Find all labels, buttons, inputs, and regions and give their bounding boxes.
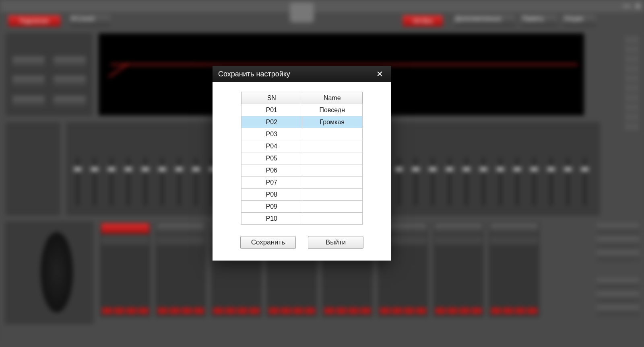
preset-name[interactable] (302, 213, 363, 225)
save-preset-dialog: Сохранить настройку ✕ SN Name P01Повседн… (213, 66, 391, 261)
preset-sn[interactable]: P01 (242, 104, 302, 116)
preset-name[interactable] (302, 164, 363, 177)
preset-table: SN Name P01ПовседнP02ГромкаяP03P04P05P06… (241, 92, 363, 225)
preset-sn[interactable]: P03 (242, 128, 302, 140)
col-header-sn[interactable]: SN (242, 92, 302, 104)
preset-sn[interactable]: P09 (242, 201, 302, 213)
preset-sn[interactable]: P02 (242, 116, 302, 128)
preset-row-P04[interactable]: P04 (242, 140, 363, 152)
preset-row-P07[interactable]: P07 (242, 177, 363, 189)
preset-row-P08[interactable]: P08 (242, 189, 363, 201)
save-button[interactable]: Сохранить (240, 236, 296, 249)
dialog-titlebar: Сохранить настройку ✕ (213, 66, 391, 82)
col-header-name[interactable]: Name (302, 92, 363, 104)
preset-row-P03[interactable]: P03 (242, 128, 363, 140)
preset-sn[interactable]: P07 (242, 177, 302, 189)
preset-row-P05[interactable]: P05 (242, 152, 363, 164)
preset-sn[interactable]: P10 (242, 213, 302, 225)
preset-sn[interactable]: P06 (242, 164, 302, 177)
exit-button[interactable]: Выйти (308, 236, 363, 249)
modal-overlay: Сохранить настройку ✕ SN Name P01Повседн… (0, 0, 644, 347)
preset-name[interactable] (302, 201, 363, 213)
preset-sn[interactable]: P05 (242, 152, 302, 164)
preset-name[interactable] (302, 128, 363, 140)
dialog-close-button[interactable]: ✕ (374, 66, 386, 82)
preset-sn[interactable]: P04 (242, 140, 302, 152)
preset-name[interactable]: Повседн (302, 104, 363, 116)
preset-name[interactable] (302, 152, 363, 164)
preset-row-P02[interactable]: P02Громкая (242, 116, 363, 128)
preset-row-P09[interactable]: P09 (242, 201, 363, 213)
preset-row-P06[interactable]: P06 (242, 164, 363, 177)
preset-row-P01[interactable]: P01Повседн (242, 104, 363, 116)
preset-name[interactable] (302, 189, 363, 201)
preset-name[interactable] (302, 140, 363, 152)
preset-row-P10[interactable]: P10 (242, 213, 363, 225)
preset-sn[interactable]: P08 (242, 189, 302, 201)
preset-name[interactable]: Громкая (302, 116, 363, 128)
dialog-title-text: Сохранить настройку (218, 66, 290, 82)
preset-name[interactable] (302, 177, 363, 189)
